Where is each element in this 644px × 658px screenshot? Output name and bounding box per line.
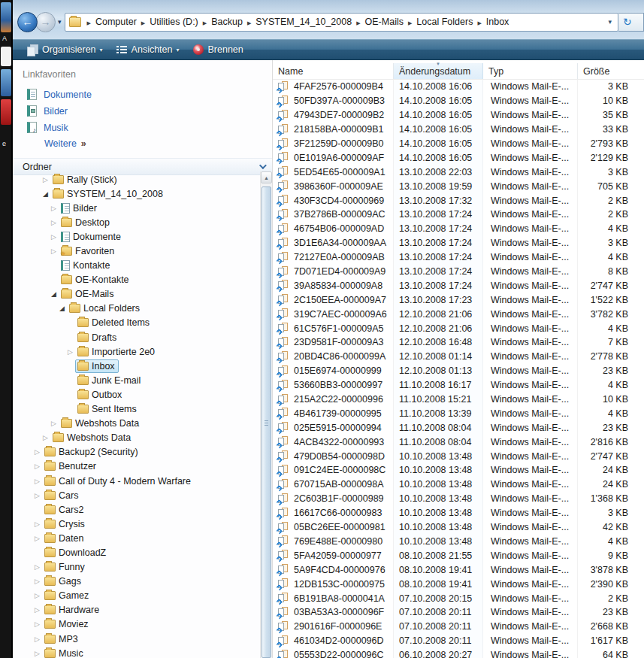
- file-row[interactable]: 0E1019A6-000009AF 14.10.2008 16:05 Windo…: [273, 150, 644, 165]
- tree-expander-icon[interactable]: [49, 205, 59, 212]
- address-dropdown-icon[interactable]: ▾: [605, 18, 615, 26]
- tree-item[interactable]: Favoriten: [13, 244, 259, 258]
- file-row[interactable]: 6B191BA8-0000041A 07.10.2008 20:15 Windo…: [273, 591, 644, 605]
- tree-item[interactable]: Crysis: [13, 517, 259, 531]
- history-dropdown-icon[interactable]: ▾: [58, 18, 62, 26]
- tree-item[interactable]: Importierte 2e0: [13, 344, 259, 359]
- tree-expander-icon[interactable]: [32, 606, 42, 614]
- file-row[interactable]: 5FA42059-00000977 08.10.2008 21:55 Windo…: [273, 548, 644, 562]
- tree-expander-icon[interactable]: [57, 305, 67, 312]
- tree-item[interactable]: Deleted Items: [13, 316, 259, 330]
- file-row[interactable]: 50FD397A-000009B3 14.10.2008 16:05 Windo…: [273, 94, 644, 108]
- tree-item[interactable]: Desktop: [13, 215, 259, 229]
- breadcrumb-segment[interactable]: Utilities (D:): [150, 17, 198, 27]
- breadcrumb-segment[interactable]: OE-Mails: [365, 17, 404, 27]
- tree-item[interactable]: Drafts: [13, 330, 259, 344]
- tree-item[interactable]: Webshots Data: [13, 431, 259, 445]
- file-row[interactable]: 03BA53A3-0000096F 07.10.2008 20:11 Windo…: [273, 605, 644, 620]
- tree-expander-icon[interactable]: [32, 620, 42, 628]
- tree-expander-icon[interactable]: [32, 650, 42, 657]
- tree-item[interactable]: Sent Items: [13, 402, 259, 417]
- favorite-link[interactable]: Bilder: [13, 103, 272, 120]
- tree-item[interactable]: Webshots Data: [13, 417, 259, 431]
- file-row[interactable]: 4B461739-00000995 11.10.2008 13:39 Windo…: [273, 406, 644, 420]
- tree-expander-icon[interactable]: [32, 520, 42, 528]
- tree-item[interactable]: SYSTEM_14_10_2008: [13, 186, 259, 201]
- tree-expander-icon[interactable]: [32, 563, 42, 571]
- tree-expander-icon[interactable]: [32, 535, 42, 542]
- tree-item[interactable]: Call of Duty 4 - Modern Warfare: [13, 474, 259, 488]
- tree-expander-icon[interactable]: [41, 434, 50, 441]
- file-row[interactable]: 37B2786B-000009AC 13.10.2008 17:24 Windo…: [273, 208, 644, 222]
- file-row[interactable]: 61C576F1-000009A5 12.10.2008 21:06 Windo…: [273, 321, 644, 335]
- tree-item[interactable]: MP3: [13, 632, 259, 646]
- organize-button[interactable]: Organisieren ▾: [20, 41, 110, 59]
- tree-item[interactable]: Moviez: [13, 617, 259, 632]
- column-header-name[interactable]: Name: [273, 63, 394, 79]
- breadcrumb-segment[interactable]: Computer: [95, 17, 137, 27]
- tree-item[interactable]: Inbox: [13, 359, 259, 373]
- file-row[interactable]: 3D1E6A34-000009AA 13.10.2008 17:24 Windo…: [273, 236, 644, 250]
- file-row[interactable]: 4ACB4322-00000993 11.10.2008 08:04 Windo…: [273, 435, 644, 449]
- file-row[interactable]: 46754B06-000009AD 13.10.2008 17:24 Windo…: [273, 222, 644, 236]
- file-row[interactable]: 7D071ED4-000009A9 13.10.2008 17:24 Windo…: [273, 265, 644, 279]
- file-row[interactable]: 479D0B54-0000098D 10.10.2008 13:48 Windo…: [273, 449, 644, 463]
- tree-expander-icon[interactable]: [32, 448, 42, 456]
- tree-expander-icon[interactable]: [49, 247, 59, 255]
- tree-item[interactable]: Backup2 (Security): [13, 445, 259, 459]
- file-row[interactable]: 05553D22-0000096C 06.10.2008 20:27 Windo…: [273, 648, 644, 658]
- tree-expander-icon[interactable]: [32, 492, 42, 499]
- tree-item[interactable]: Daten: [13, 531, 259, 545]
- tree-scrollbar[interactable]: ▲: [260, 171, 272, 658]
- file-row[interactable]: 015E6974-00000999 12.10.2008 01:13 Windo…: [273, 364, 644, 378]
- tree-item[interactable]: Junk E-mail: [13, 373, 259, 387]
- file-row[interactable]: 5ED54E65-000009A1 13.10.2008 22:03 Windo…: [273, 165, 644, 179]
- burn-button[interactable]: Brennen: [186, 41, 250, 59]
- tree-item[interactable]: OE-Kontakte: [13, 273, 259, 287]
- tree-item[interactable]: Gamez: [13, 589, 259, 603]
- tree-expander-icon[interactable]: [32, 578, 42, 585]
- tree-expander-icon[interactable]: [41, 176, 50, 183]
- file-row[interactable]: 20BD4C86-0000099A 12.10.2008 01:14 Windo…: [273, 350, 644, 364]
- file-row[interactable]: 16617C66-00000983 10.10.2008 13:48 Windo…: [273, 506, 644, 520]
- file-row[interactable]: 215A2C22-00000996 11.10.2008 15:21 Windo…: [273, 393, 644, 407]
- breadcrumb-segment[interactable]: Local Folders: [416, 17, 473, 27]
- column-header-type[interactable]: Typ: [483, 63, 578, 79]
- tree-item[interactable]: DownloadZ: [13, 545, 259, 559]
- tree-item[interactable]: Outbox: [13, 387, 259, 402]
- tree-item[interactable]: Funny: [13, 560, 259, 575]
- favorite-link[interactable]: ♪ Musik: [13, 120, 272, 136]
- file-row[interactable]: 72127E0A-000009AB 13.10.2008 17:24 Windo…: [273, 250, 644, 265]
- file-row[interactable]: 23D9581F-000009A3 12.10.2008 16:48 Windo…: [273, 335, 644, 350]
- file-row[interactable]: 4FAF2576-000009B4 14.10.2008 16:06 Windo…: [273, 80, 644, 94]
- file-row[interactable]: 769E488E-00000980 10.10.2008 13:48 Windo…: [273, 535, 644, 549]
- breadcrumb-segment[interactable]: Inbox: [486, 17, 509, 27]
- breadcrumb-segment[interactable]: Backup: [211, 17, 243, 27]
- file-row[interactable]: 430F3CD4-00000969 13.10.2008 17:32 Windo…: [273, 193, 644, 208]
- tree-expander-icon[interactable]: [49, 290, 59, 298]
- file-row[interactable]: 2C603B1F-00000989 10.10.2008 13:48 Windo…: [273, 492, 644, 506]
- file-row[interactable]: 2C150EEA-000009A7 13.10.2008 17:23 Windo…: [273, 293, 644, 307]
- tree-item[interactable]: Bilder: [13, 201, 259, 215]
- breadcrumb-segment[interactable]: SYSTEM_14_10_2008: [255, 17, 352, 27]
- refresh-button[interactable]: ↻: [618, 13, 644, 32]
- column-header-date[interactable]: ▼ Änderungsdatum: [394, 63, 483, 79]
- tree-item[interactable]: Music: [13, 646, 259, 658]
- address-bar[interactable]: ▶Computer▶Utilities (D:)▶Backup▶SYSTEM_1…: [65, 13, 618, 32]
- tree-item[interactable]: Rally (Stick): [13, 172, 259, 186]
- tree-expander-icon[interactable]: [49, 219, 59, 226]
- file-row[interactable]: 5A9F4CD4-00000976 08.10.2008 19:41 Windo…: [273, 562, 644, 577]
- tree-item[interactable]: Benutzer: [13, 459, 259, 474]
- more-links[interactable]: Weitere»: [13, 138, 272, 149]
- tree-expander-icon[interactable]: [49, 420, 59, 427]
- file-row[interactable]: 39A85834-000009A8 13.10.2008 17:24 Windo…: [273, 278, 644, 293]
- file-row[interactable]: 670715AB-0000098A 10.10.2008 13:48 Windo…: [273, 478, 644, 492]
- scrollbar-thumb[interactable]: [262, 186, 271, 658]
- tree-item[interactable]: Local Folders: [13, 302, 259, 316]
- file-row[interactable]: 2901616F-0000096E 07.10.2008 20:11 Windo…: [273, 620, 644, 634]
- favorite-link[interactable]: Dokumente: [13, 86, 272, 103]
- tree-item[interactable]: Cars: [13, 488, 259, 502]
- tree-item[interactable]: Kontakte: [13, 259, 259, 273]
- tree-expander-icon[interactable]: [65, 348, 75, 356]
- tree-expander-icon[interactable]: [32, 592, 42, 599]
